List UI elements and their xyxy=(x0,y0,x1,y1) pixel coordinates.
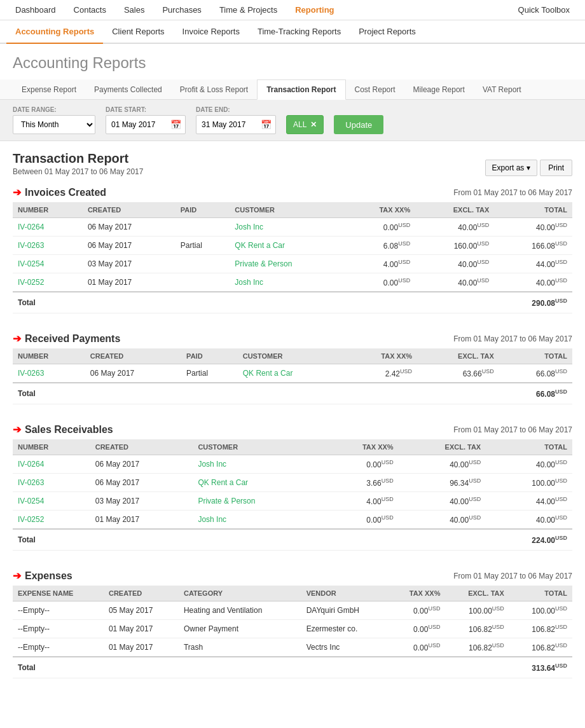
col-excl-tax: EXCL. TAX xyxy=(417,348,499,364)
receivable-customer[interactable]: Private & Person xyxy=(193,492,320,511)
nav-dashboard[interactable]: Dashboard xyxy=(6,0,65,20)
expense-tax: 0.00USD xyxy=(389,620,445,638)
subnav-invoice-reports[interactable]: Invoice Reports xyxy=(174,20,249,43)
export-label: Export as xyxy=(492,163,525,172)
total-label: Total xyxy=(13,657,509,678)
col-total: TOTAL xyxy=(509,586,572,601)
date-end-input[interactable] xyxy=(196,117,257,132)
expense-total: 106.82USD xyxy=(509,620,572,638)
nav-reporting[interactable]: Reporting xyxy=(286,0,343,20)
print-button[interactable]: Print xyxy=(540,160,572,176)
received-payments-section: ➔ Received Payments From 01 May 2017 to … xyxy=(13,333,572,404)
tab-expense-report[interactable]: Expense Report xyxy=(13,80,85,99)
total-value: 313.64USD xyxy=(509,657,572,678)
nav-sales[interactable]: Sales xyxy=(115,0,154,20)
receivable-customer[interactable]: Josh Inc xyxy=(193,511,320,530)
expense-excl-tax: 106.82USD xyxy=(445,620,509,638)
sales-receivables-table: NUMBER CREATED CUSTOMER TAX XX% EXCL. TA… xyxy=(13,439,572,551)
report-subtitle: Between 01 May 2017 to 06 May 2017 xyxy=(13,167,143,176)
calendar-start-icon[interactable]: 📅 xyxy=(167,120,185,130)
receivable-number[interactable]: IV-0264 xyxy=(13,455,90,474)
sub-navigation: Accounting Reports Client Reports Invoic… xyxy=(0,20,585,44)
receivable-total: 44.00USD xyxy=(486,492,572,511)
tab-profit-loss[interactable]: Profit & Loss Report xyxy=(171,80,257,99)
col-paid: PAID xyxy=(181,348,238,364)
sales-receivables-section: ➔ Sales Receivables From 01 May 2017 to … xyxy=(13,423,572,551)
report-tabs: Expense Report Payments Collected Profit… xyxy=(0,79,585,100)
payment-total: 66.08USD xyxy=(499,364,572,383)
invoice-customer[interactable]: QK Rent a Car xyxy=(230,237,345,255)
invoice-paid xyxy=(176,273,230,292)
col-number: NUMBER xyxy=(13,202,83,218)
subnav-project-reports[interactable]: Project Reports xyxy=(350,20,425,43)
invoice-customer[interactable]: Private & Person xyxy=(230,255,345,273)
invoice-customer[interactable]: Josh Inc xyxy=(230,273,345,292)
top-navigation: Dashboard Contacts Sales Purchases Time … xyxy=(0,0,585,20)
subnav-time-tracking-reports[interactable]: Time-Tracking Reports xyxy=(249,20,350,43)
subnav-accounting-reports[interactable]: Accounting Reports xyxy=(6,20,103,44)
receivable-customer[interactable]: Josh Inc xyxy=(193,455,320,474)
quick-toolbox[interactable]: Quick Toolbox xyxy=(509,0,579,20)
sales-receivables-title: Sales Receivables xyxy=(25,424,113,436)
nav-contacts[interactable]: Contacts xyxy=(65,0,115,20)
col-tax: TAX XX% xyxy=(345,202,416,218)
tab-mileage-report[interactable]: Mileage Report xyxy=(404,80,474,99)
invoice-created: 06 May 2017 xyxy=(83,218,176,237)
invoice-number[interactable]: IV-0263 xyxy=(13,237,83,255)
subnav-client-reports[interactable]: Client Reports xyxy=(103,20,173,43)
total-label: Total xyxy=(13,383,499,404)
expense-vendor: DAYquiri GmbH xyxy=(301,601,389,620)
tab-cost-report[interactable]: Cost Report xyxy=(346,80,404,99)
date-range-select[interactable]: This Month xyxy=(13,115,95,134)
col-customer: CUSTOMER xyxy=(193,439,320,455)
date-range-label: DATE RANGE: xyxy=(13,106,95,113)
invoice-total: 44.00USD xyxy=(494,255,572,273)
invoice-paid xyxy=(176,218,230,237)
expenses-date-range: From 01 May 2017 to 06 May 2017 xyxy=(453,572,572,580)
invoice-customer[interactable]: Josh Inc xyxy=(230,218,345,237)
col-total: TOTAL xyxy=(486,439,572,455)
tab-vat-report[interactable]: VAT Report xyxy=(474,80,530,99)
invoice-excl-tax: 40.00USD xyxy=(415,273,494,292)
expense-category: Heating and Ventilation xyxy=(179,601,301,620)
report-title-block: Transaction Report Between 01 May 2017 t… xyxy=(13,151,143,176)
receivable-number[interactable]: IV-0254 xyxy=(13,492,90,511)
date-start-input[interactable] xyxy=(106,117,167,132)
expense-name: --Empty-- xyxy=(13,638,104,657)
invoice-number[interactable]: IV-0264 xyxy=(13,218,83,237)
col-category: CATEGORY xyxy=(179,586,301,601)
invoice-number[interactable]: IV-0254 xyxy=(13,255,83,273)
receivable-number[interactable]: IV-0263 xyxy=(13,474,90,492)
payment-tax: 2.42USD xyxy=(344,364,417,383)
date-start-group: DATE START: 📅 xyxy=(106,106,186,134)
receivable-number[interactable]: IV-0252 xyxy=(13,511,90,530)
invoice-paid xyxy=(176,255,230,273)
received-payments-title-row: ➔ Received Payments xyxy=(13,333,120,345)
nav-purchases[interactable]: Purchases xyxy=(153,0,210,20)
date-start-wrapper: 📅 xyxy=(106,115,186,134)
invoice-excl-tax: 160.00USD xyxy=(415,237,494,255)
sales-receivables-date-range: From 01 May 2017 to 06 May 2017 xyxy=(453,425,572,434)
col-excl-tax: EXCL. TAX xyxy=(415,202,494,218)
expense-total: 100.00USD xyxy=(509,601,572,620)
date-end-label: DATE END: xyxy=(196,106,276,113)
payment-customer[interactable]: QK Rent a Car xyxy=(238,364,345,383)
invoice-number[interactable]: IV-0252 xyxy=(13,273,83,292)
invoice-tax: 0.00USD xyxy=(345,273,416,292)
payment-number[interactable]: IV-0263 xyxy=(13,364,85,383)
total-label: Total xyxy=(13,292,494,313)
sales-receivables-header: ➔ Sales Receivables From 01 May 2017 to … xyxy=(13,423,572,436)
total-value: 290.08USD xyxy=(494,292,572,313)
update-button[interactable]: Update xyxy=(334,115,383,134)
calendar-end-icon[interactable]: 📅 xyxy=(257,120,275,130)
col-number: NUMBER xyxy=(13,439,90,455)
export-button[interactable]: Export as ▾ xyxy=(485,160,538,176)
receivable-customer[interactable]: QK Rent a Car xyxy=(193,474,320,492)
nav-time-projects[interactable]: Time & Projects xyxy=(210,0,286,20)
all-filter-badge[interactable]: ALL ✕ xyxy=(286,115,324,134)
tab-transaction-report[interactable]: Transaction Report xyxy=(257,79,345,100)
all-badge-close[interactable]: ✕ xyxy=(310,120,317,129)
invoice-tax: 4.00USD xyxy=(345,255,416,273)
tab-payments-collected[interactable]: Payments Collected xyxy=(85,80,171,99)
table-row: IV-0252 01 May 2017 Josh Inc 0.00USD 40.… xyxy=(13,511,572,530)
